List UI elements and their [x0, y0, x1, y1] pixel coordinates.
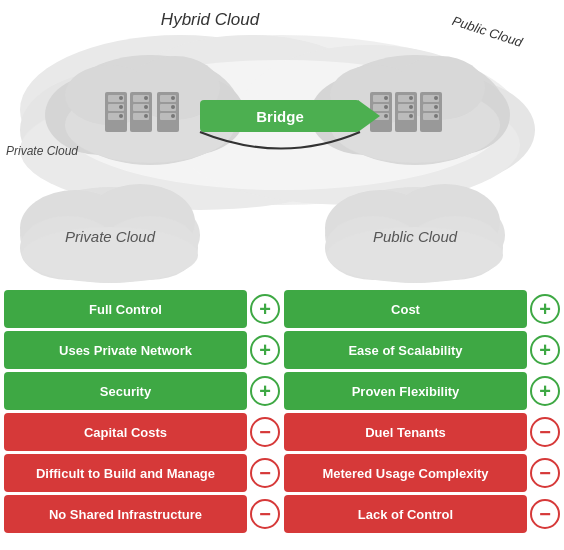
- public-con-1: Duel Tenants −: [284, 413, 560, 451]
- svg-point-27: [119, 114, 123, 118]
- private-con-1: Capital Costs −: [4, 413, 280, 451]
- public-con-3: Lack of Control −: [284, 495, 560, 533]
- svg-text:Public Cloud: Public Cloud: [450, 13, 525, 50]
- public-con-2: Metered Usage Complexity −: [284, 454, 560, 492]
- diagram-area: Bridge Hybrid Cloud Public Cloud Private…: [0, 0, 564, 290]
- private-con-3-icon: −: [250, 499, 280, 529]
- private-pro-1-icon: +: [250, 294, 280, 324]
- svg-point-48: [384, 114, 388, 118]
- svg-point-60: [434, 96, 438, 100]
- svg-text:Bridge: Bridge: [256, 108, 304, 125]
- public-con-3-icon: −: [530, 499, 560, 529]
- svg-point-62: [434, 114, 438, 118]
- public-pro-3: Proven Flexibility +: [284, 372, 560, 410]
- private-pro-2-icon: +: [250, 335, 280, 365]
- svg-text:Hybrid Cloud: Hybrid Cloud: [161, 10, 260, 29]
- svg-point-26: [119, 105, 123, 109]
- svg-point-47: [384, 105, 388, 109]
- public-pro-2-label: Ease of Scalability: [284, 331, 527, 369]
- private-pro-1-label: Full Control: [4, 290, 247, 328]
- public-con-1-icon: −: [530, 417, 560, 447]
- public-pro-2: Ease of Scalability +: [284, 331, 560, 369]
- private-con-2: Difficult to Build and Manage −: [4, 454, 280, 492]
- public-pro-1-label: Cost: [284, 290, 527, 328]
- public-pro-1: Cost +: [284, 290, 560, 328]
- svg-point-54: [409, 105, 413, 109]
- svg-point-53: [409, 96, 413, 100]
- private-pro-3: Security +: [4, 372, 280, 410]
- public-pro-3-icon: +: [530, 376, 560, 406]
- private-pro-3-icon: +: [250, 376, 280, 406]
- private-con-3-label: No Shared Infrastructure: [4, 495, 247, 533]
- comparison-area: Full Control + Uses Private Network + Se…: [0, 290, 564, 550]
- private-pro-1: Full Control +: [4, 290, 280, 328]
- svg-point-25: [119, 96, 123, 100]
- svg-point-40: [171, 105, 175, 109]
- svg-text:Private Cloud: Private Cloud: [65, 228, 156, 245]
- public-pro-3-label: Proven Flexibility: [284, 372, 527, 410]
- svg-point-39: [171, 96, 175, 100]
- private-con-3: No Shared Infrastructure −: [4, 495, 280, 533]
- private-pro-2: Uses Private Network +: [4, 331, 280, 369]
- svg-point-33: [144, 105, 148, 109]
- private-con-2-label: Difficult to Build and Manage: [4, 454, 247, 492]
- public-con-2-label: Metered Usage Complexity: [284, 454, 527, 492]
- svg-point-32: [144, 96, 148, 100]
- svg-point-41: [171, 114, 175, 118]
- svg-point-61: [434, 105, 438, 109]
- private-con-2-icon: −: [250, 458, 280, 488]
- svg-point-34: [144, 114, 148, 118]
- svg-point-55: [409, 114, 413, 118]
- public-cloud-column: Cost + Ease of Scalability + Proven Flex…: [284, 290, 560, 550]
- public-pro-1-icon: +: [530, 294, 560, 324]
- private-con-1-icon: −: [250, 417, 280, 447]
- public-con-2-icon: −: [530, 458, 560, 488]
- svg-text:Public Cloud: Public Cloud: [373, 228, 458, 245]
- public-con-3-label: Lack of Control: [284, 495, 527, 533]
- private-con-1-label: Capital Costs: [4, 413, 247, 451]
- svg-text:Private Cloud: Private Cloud: [6, 144, 78, 158]
- public-con-1-label: Duel Tenants: [284, 413, 527, 451]
- svg-point-46: [384, 96, 388, 100]
- public-pro-2-icon: +: [530, 335, 560, 365]
- private-cloud-column: Full Control + Uses Private Network + Se…: [4, 290, 280, 550]
- private-pro-2-label: Uses Private Network: [4, 331, 247, 369]
- private-pro-3-label: Security: [4, 372, 247, 410]
